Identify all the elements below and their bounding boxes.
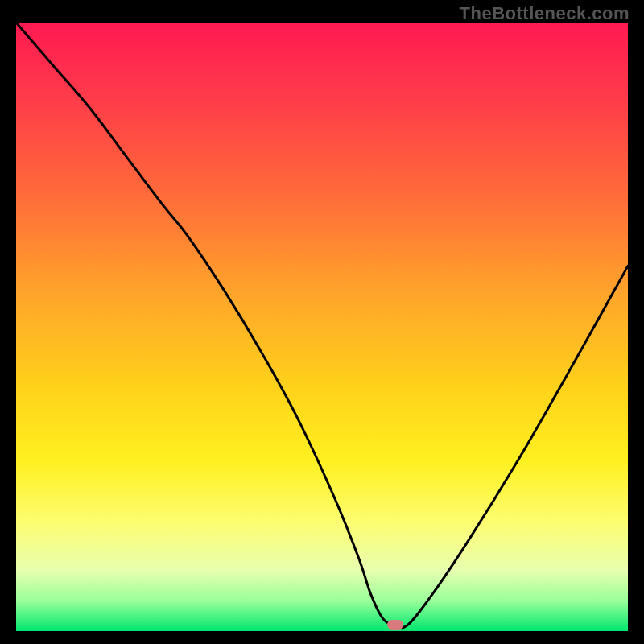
chart-frame: TheBottleneck.com	[0, 0, 644, 644]
curve-svg	[16, 23, 628, 631]
bottleneck-curve	[16, 23, 628, 628]
optimal-marker	[387, 620, 403, 630]
watermark-text: TheBottleneck.com	[460, 3, 630, 24]
plot-area	[16, 23, 628, 631]
